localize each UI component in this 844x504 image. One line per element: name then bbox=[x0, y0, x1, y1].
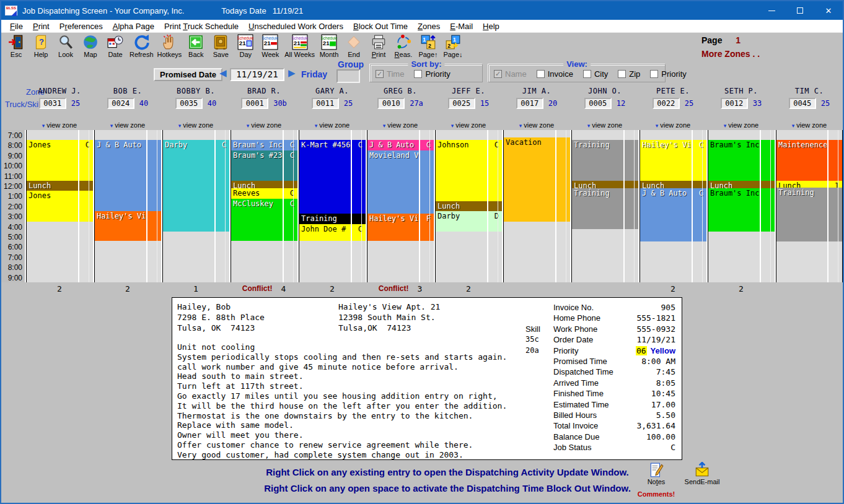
schedule-column-0001[interactable]: Braum's Inc.CBraum's #233CLunchReevesCMc… bbox=[231, 130, 297, 282]
schedule-block[interactable]: Lunch bbox=[640, 181, 706, 188]
menu-help[interactable]: Help bbox=[478, 22, 504, 31]
toolbar-page--button[interactable]: 12Page↑ bbox=[416, 33, 441, 58]
view-zone-dropdown[interactable]: ▾view zone bbox=[708, 121, 775, 130]
toolbar-month-button[interactable]: Schedule21Month bbox=[317, 33, 341, 58]
schedule-column-0025[interactable]: JohnsonCLunchDarbyD bbox=[435, 130, 502, 282]
prev-day-arrow-icon[interactable]: ◀ bbox=[219, 67, 227, 79]
toolbar-print-button[interactable]: Print bbox=[366, 33, 391, 58]
notes-button[interactable]: Notes bbox=[635, 462, 678, 485]
toolbar-day-button[interactable]: Schedule21Day bbox=[233, 33, 258, 58]
toolbar-help-button[interactable]: ?Help bbox=[29, 33, 53, 58]
toolbar-week-button[interactable]: Schedule21Week bbox=[258, 33, 283, 58]
group-input[interactable] bbox=[336, 69, 360, 83]
truck-number-input[interactable]: 0045 bbox=[789, 98, 816, 109]
schedule-block[interactable]: ReevesC bbox=[231, 188, 297, 198]
schedule-block[interactable]: Hailey's ViewF bbox=[367, 214, 434, 240]
maximize-icon[interactable] bbox=[786, 1, 814, 20]
truck-number-input[interactable]: 0035 bbox=[175, 98, 203, 109]
schedule-block[interactable]: Training bbox=[572, 140, 638, 181]
schedule-column-0005[interactable]: TrainingLunchTraining bbox=[571, 130, 638, 282]
schedule-block[interactable]: K-Mart #45667C bbox=[299, 140, 366, 214]
view-city-checkbox[interactable]: City bbox=[583, 69, 608, 79]
view-zone-dropdown[interactable]: ▾view zone bbox=[367, 121, 434, 130]
truck-number-input[interactable]: 0011 bbox=[312, 98, 339, 109]
schedule-block[interactable]: Movieland Vid bbox=[367, 150, 434, 214]
schedule-block[interactable]: Jones bbox=[27, 191, 93, 221]
schedule-column-0022[interactable]: Hailey's ViewCLunchJ & B Auto PaC bbox=[640, 130, 706, 282]
comments-indicator[interactable]: Comments! bbox=[635, 490, 678, 498]
schedule-column-0035[interactable]: DarbyC bbox=[162, 130, 229, 282]
view-zone-dropdown[interactable]: ▾view zone bbox=[435, 121, 502, 130]
view-zone-dropdown[interactable]: ▾view zone bbox=[162, 121, 229, 130]
toolbar-back-button[interactable]: Back bbox=[183, 33, 208, 58]
view-zone-dropdown[interactable]: ▾view zone bbox=[640, 121, 706, 130]
schedule-block[interactable]: Braum's Inc. bbox=[708, 140, 775, 181]
schedule-block[interactable]: Training bbox=[776, 188, 842, 241]
view-zone-dropdown[interactable]: ▾view zone bbox=[571, 121, 638, 130]
schedule-column-0024[interactable]: J & B Auto PaHailey's View bbox=[94, 130, 161, 282]
toolbar-page--button[interactable]: 21Page↓ bbox=[441, 33, 465, 58]
schedule-block[interactable]: McCluskeyC bbox=[231, 199, 297, 241]
promised-date-button[interactable]: Promised Date bbox=[154, 68, 222, 81]
menu-print-truck-schedule[interactable]: Print Truck Schedule bbox=[159, 22, 244, 31]
schedule-column-0012[interactable]: Braum's Inc.LunchBraum's Inc. bbox=[708, 130, 775, 282]
view-priority-checkbox[interactable]: Priority bbox=[650, 69, 686, 79]
menu-preferences[interactable]: Preferences bbox=[55, 22, 108, 31]
schedule-column-0045[interactable]: MaintenenceLunch1Training bbox=[776, 130, 843, 282]
toolbar-all-weeks-button[interactable]: Schedule21All Weeks bbox=[283, 33, 317, 58]
schedule-block[interactable]: John Doe # 21C bbox=[299, 224, 366, 241]
schedule-block[interactable]: Lunch bbox=[708, 181, 775, 188]
toolbar-date-button[interactable]: Date bbox=[103, 33, 128, 58]
view-zone-dropdown[interactable]: ▾view zone bbox=[503, 121, 570, 130]
send-email-button[interactable]: SendE-mail bbox=[680, 462, 724, 485]
menu-alpha-page[interactable]: Alpha Page bbox=[108, 22, 159, 31]
schedule-block[interactable]: J & B Auto Pa bbox=[95, 140, 161, 211]
toolbar-look-button[interactable]: Look bbox=[53, 33, 78, 58]
menu-e-mail[interactable]: E-Mail bbox=[445, 22, 478, 31]
schedule-column-0031[interactable]: JonesCLunchJones bbox=[26, 130, 93, 282]
schedule-block[interactable]: Lunch bbox=[231, 181, 297, 188]
truck-number-input[interactable]: 0001 bbox=[241, 98, 268, 109]
schedule-column-0011[interactable]: K-Mart #45667CTrainingJohn Doe # 21C bbox=[299, 130, 366, 282]
menu-file[interactable]: File bbox=[5, 22, 28, 31]
schedule-column-0017[interactable]: Vacation bbox=[503, 130, 570, 282]
promised-date-input[interactable]: 11/19/21 bbox=[230, 68, 284, 81]
view-zone-dropdown[interactable]: ▾view zone bbox=[299, 121, 366, 130]
toolbar-hotkeys-button[interactable]: Hotkeys bbox=[156, 33, 184, 58]
sort-by-time-checkbox[interactable]: ✓Time bbox=[376, 69, 404, 79]
schedule-block[interactable]: Lunch1 bbox=[776, 181, 842, 188]
schedule-column-0010[interactable]: J & B Auto PaCMovieland VidHailey's View… bbox=[367, 130, 434, 282]
schedule-block[interactable]: Vacation bbox=[504, 137, 570, 221]
menu-print[interactable]: Print bbox=[28, 22, 55, 31]
schedule-block[interactable]: DarbyD bbox=[436, 211, 502, 232]
schedule-block[interactable]: DarbyC bbox=[163, 140, 229, 232]
schedule-block[interactable]: JonesC bbox=[27, 140, 93, 181]
schedule-block[interactable]: J & B Auto PaC bbox=[640, 188, 706, 241]
toolbar-esc-button[interactable]: Esc bbox=[4, 33, 29, 58]
view-invoice-checkbox[interactable]: Invoice bbox=[537, 69, 573, 79]
truck-number-input[interactable]: 0005 bbox=[584, 98, 612, 109]
menu-zones[interactable]: Zones bbox=[413, 22, 445, 31]
toolbar-save-button[interactable]: Save bbox=[208, 33, 233, 58]
sort-by-priority-checkbox[interactable]: Priority bbox=[414, 69, 450, 79]
view-zone-dropdown[interactable]: ▾view zone bbox=[94, 121, 161, 130]
schedule-block[interactable]: Maintenence bbox=[776, 140, 842, 181]
schedule-block[interactable]: Braum's Inc.C bbox=[231, 140, 297, 150]
schedule-block[interactable]: Lunch bbox=[572, 181, 638, 188]
truck-number-input[interactable]: 0012 bbox=[721, 98, 748, 109]
view-zip-checkbox[interactable]: Zip bbox=[618, 69, 640, 79]
next-day-arrow-icon[interactable]: ▶ bbox=[288, 67, 296, 79]
truck-number-input[interactable]: 0031 bbox=[39, 98, 66, 109]
toolbar-end-button[interactable]: End bbox=[341, 33, 366, 58]
menu-unscheduled-work-orders[interactable]: Unscheduled Work Orders bbox=[244, 22, 348, 31]
view-zone-dropdown[interactable]: ▾view zone bbox=[231, 121, 297, 130]
schedule-block[interactable]: Hailey's View bbox=[95, 211, 161, 241]
truck-number-input[interactable]: 0024 bbox=[107, 98, 134, 109]
toolbar-refresh-button[interactable]: Refresh bbox=[128, 33, 156, 58]
schedule-block[interactable]: Training bbox=[572, 188, 638, 229]
truck-number-input[interactable]: 0017 bbox=[516, 98, 543, 109]
view-name-checkbox[interactable]: ✓Name bbox=[494, 69, 527, 79]
menu-block-out-time[interactable]: Block Out Time bbox=[348, 22, 413, 31]
truck-number-input[interactable]: 0022 bbox=[653, 98, 680, 109]
minimize-icon[interactable] bbox=[757, 1, 786, 20]
